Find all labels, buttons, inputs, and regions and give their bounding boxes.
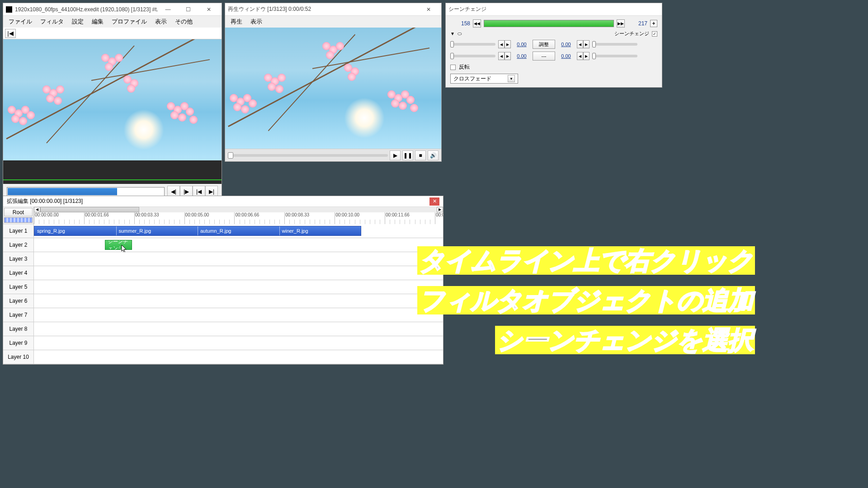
play-preview[interactable] <box>225 28 441 149</box>
clip-strip[interactable]: spring_R.jpgsummer_R.jpgautumn_R.jpgwine… <box>34 226 361 236</box>
param2-left-inc[interactable]: ▶ <box>505 52 511 60</box>
reverse-checkbox[interactable] <box>450 65 456 70</box>
param2-right-dec[interactable]: ◀ <box>577 52 583 60</box>
play-close-button[interactable]: ✕ <box>418 3 439 16</box>
maximize-button[interactable]: ☐ <box>178 3 198 16</box>
range-bar[interactable] <box>484 20 614 27</box>
menu-settings[interactable]: 設定 <box>68 16 87 27</box>
menu-file[interactable]: ファイル <box>5 16 36 27</box>
layer-lane[interactable]: シーンチェンジ <box>34 238 443 252</box>
param1-center-button[interactable]: 調整 <box>533 40 555 49</box>
param2-right-value[interactable]: 0.00 <box>558 53 574 59</box>
timeline-clip[interactable]: summer_R.jpg <box>116 226 198 235</box>
scene-change-panel: シーンチェンジ 158 ◀◀ ▶▶ 217 + ▼ ⬭ シーンチェンジ ✓ ◀▶… <box>445 3 662 88</box>
volume-button[interactable]: 🔊 <box>428 150 439 160</box>
layer-label[interactable]: Layer 3 <box>3 252 34 266</box>
tutorial-line-3: シーンチェンジを選択 <box>495 324 755 358</box>
menu-filter[interactable]: フィルタ <box>37 16 67 27</box>
param1-left-inc[interactable]: ▶ <box>505 40 511 48</box>
param1-right-value[interactable]: 0.00 <box>558 42 574 47</box>
layer-lane[interactable] <box>34 252 443 266</box>
layer-label[interactable]: Layer 7 <box>3 308 34 322</box>
timeline-titlebar[interactable]: 拡張編集 [00:00:00.00] [1/3123] ✕ <box>3 196 443 207</box>
play-seek-slider[interactable] <box>228 154 388 157</box>
layer-lane[interactable] <box>34 322 443 336</box>
layer-lane[interactable] <box>34 294 443 308</box>
timeline-row[interactable]: Layer 7 <box>3 308 443 322</box>
param1-left-dec[interactable]: ◀ <box>498 40 505 48</box>
app-icon <box>6 6 12 13</box>
param1-right-slider[interactable] <box>592 43 637 46</box>
layer-label[interactable]: Layer 5 <box>3 280 34 294</box>
stop-button[interactable]: ■ <box>415 150 426 160</box>
timeline-row[interactable]: Layer 8 <box>3 322 443 336</box>
menu-view[interactable]: 表示 <box>151 16 170 27</box>
play-button[interactable]: ▶ <box>390 150 401 160</box>
scene-change-clip[interactable]: シーンチェンジ <box>105 240 132 250</box>
ruler-tick-label: 00:00:10.00 <box>335 212 359 217</box>
param1-left-value[interactable]: 0.00 <box>514 42 530 47</box>
timeline-close-button[interactable]: ✕ <box>429 197 439 206</box>
scene-titlebar[interactable]: シーンチェンジ <box>446 3 662 16</box>
scroll-right-button[interactable]: ▶ <box>437 207 443 212</box>
param2-right-slider[interactable] <box>592 55 637 57</box>
param1-left-slider[interactable] <box>450 43 495 46</box>
main-titlebar[interactable]: 1920x1080_60fps_44100Hz.exedit (1920,108… <box>3 3 222 16</box>
param2-left-value[interactable]: 0.00 <box>514 53 530 59</box>
timeline-hscroll[interactable]: ◀ ▶ <box>34 207 443 212</box>
root-button[interactable]: Root <box>4 208 33 216</box>
layer-lane[interactable] <box>34 350 443 364</box>
timeline-row[interactable]: Layer 9 <box>3 336 443 350</box>
time-ruler[interactable]: 00:00:00.0000:00:01.6600:00:03.3300:00:0… <box>34 212 443 224</box>
prev-step-button[interactable]: ◀◀ <box>473 19 481 28</box>
menu-play-view[interactable]: 表示 <box>247 16 266 27</box>
timeline-row[interactable]: Layer 4 <box>3 266 443 280</box>
param1-right-dec[interactable]: ◀ <box>577 40 583 48</box>
layer-label[interactable]: Layer 10 <box>3 350 34 364</box>
go-to-start-button[interactable]: |◀ <box>5 29 16 38</box>
close-button[interactable]: ✕ <box>198 3 219 16</box>
param2-left-dec[interactable]: ◀ <box>498 52 505 60</box>
menu-play[interactable]: 再生 <box>227 16 246 27</box>
menu-profile[interactable]: プロファイル <box>108 16 151 27</box>
scene-toggle-checkbox[interactable]: ✓ <box>652 31 657 37</box>
layer-lane[interactable] <box>34 266 443 280</box>
scroll-left-button[interactable]: ◀ <box>34 207 40 212</box>
timeline-row[interactable]: Layer 1spring_R.jpgsummer_R.jpgautumn_R.… <box>3 224 443 238</box>
layer-label[interactable]: Layer 2 <box>3 238 34 252</box>
timeline-clip[interactable]: spring_R.jpg <box>34 226 116 235</box>
pause-button[interactable]: ❚❚ <box>402 150 413 160</box>
timeline-row[interactable]: Layer 10 <box>3 350 443 364</box>
timeline-row[interactable]: Layer 6 <box>3 294 443 308</box>
layer-label[interactable]: Layer 4 <box>3 266 34 280</box>
next-step-button[interactable]: ▶▶ <box>617 19 625 28</box>
param2-center-button[interactable]: --- <box>533 52 555 61</box>
timeline-row[interactable]: Layer 2シーンチェンジ <box>3 238 443 252</box>
layer-label[interactable]: Layer 8 <box>3 322 34 336</box>
layer-lane[interactable] <box>34 308 443 322</box>
timeline-row[interactable]: Layer 5 <box>3 280 443 294</box>
menu-other[interactable]: その他 <box>171 16 196 27</box>
timeline-clip[interactable]: winer_R.jpg <box>279 226 361 235</box>
minimize-button[interactable]: — <box>158 3 178 16</box>
frame-slider[interactable] <box>7 187 165 196</box>
param1-right-inc[interactable]: ▶ <box>583 40 590 48</box>
layer-lane[interactable]: spring_R.jpgsummer_R.jpgautumn_R.jpgwine… <box>34 224 443 238</box>
play-titlebar[interactable]: 再生ウィンドウ [1/3123] 0:00/0:52 ✕ <box>225 3 441 16</box>
transition-dropdown[interactable]: クロスフェード ▼ <box>450 74 518 84</box>
timeline-row[interactable]: Layer 3 <box>3 252 443 266</box>
timeline-clip[interactable]: autumn_R.jpg <box>198 226 279 235</box>
add-button[interactable]: + <box>650 20 657 27</box>
param2-right-inc[interactable]: ▶ <box>583 52 590 60</box>
layer-lane[interactable] <box>34 336 443 350</box>
layer-label[interactable]: Layer 1 <box>3 224 34 238</box>
layer-label[interactable]: Layer 9 <box>3 336 34 350</box>
param2-left-slider[interactable] <box>450 55 495 57</box>
mini-timeline[interactable] <box>3 160 222 184</box>
main-preview[interactable] <box>3 39 222 160</box>
ruler-tick-label: 00:00:00.00 <box>35 212 59 217</box>
scroll-thumb[interactable] <box>40 207 139 212</box>
layer-lane[interactable] <box>34 280 443 294</box>
menu-edit[interactable]: 編集 <box>88 16 107 27</box>
layer-label[interactable]: Layer 6 <box>3 294 34 308</box>
